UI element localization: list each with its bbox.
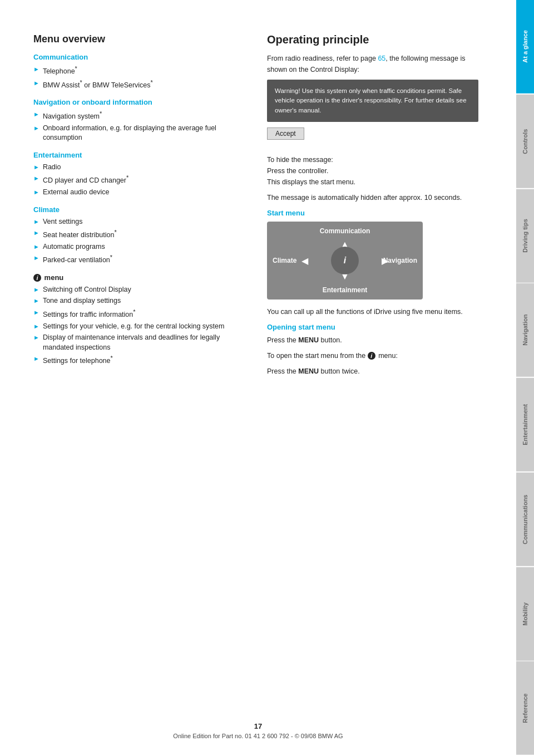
arrow-icon: ► bbox=[33, 229, 39, 237]
warning-text: Warning! Use this system only when traff… bbox=[275, 87, 467, 114]
list-item: ► Seat heater distribution* bbox=[33, 228, 245, 240]
item-text: External audio device bbox=[43, 188, 110, 198]
entertainment-list: ► Radio ► CD player and CD changer* ► Ex… bbox=[33, 163, 245, 198]
item-text: Settings for your vehicle, e.g. for the … bbox=[43, 322, 225, 332]
item-text: Vent settings bbox=[43, 217, 83, 227]
arrow-icon: ► bbox=[33, 218, 39, 226]
right-column: Operating principle From radio readiness… bbox=[267, 33, 478, 734]
opening-start-title: Opening start menu bbox=[267, 323, 478, 331]
communication-label: Communication bbox=[320, 227, 370, 235]
arrow-icon: ► bbox=[33, 286, 39, 294]
item-text: Tone and display settings bbox=[43, 296, 121, 306]
item-text: Parked-car ventilation* bbox=[43, 253, 112, 266]
arrow-icon: ► bbox=[33, 110, 39, 119]
navigation-list: ► Navigation system* ► Onboard informati… bbox=[33, 110, 245, 143]
arrow-icon: ► bbox=[33, 124, 39, 132]
arrow-icon: ► bbox=[33, 188, 39, 197]
list-item: ► Navigation system* bbox=[33, 110, 245, 122]
arrow-icon: ► bbox=[33, 297, 39, 305]
hide-message-text: To hide the message: Press the controlle… bbox=[267, 154, 478, 188]
navigation-heading: Navigation or onboard information bbox=[33, 98, 245, 106]
page-link[interactable]: 65 bbox=[378, 55, 385, 62]
warning-box: Warning! Use this system only when traff… bbox=[267, 80, 478, 122]
page-number: 17 bbox=[0, 722, 516, 730]
item-text: BMW Assist* or BMW TeleServices* bbox=[43, 78, 153, 91]
arrow-icon: ► bbox=[33, 355, 39, 363]
item-text: Telephone* bbox=[43, 65, 77, 77]
menu-bold-1: MENU bbox=[298, 336, 319, 344]
menu-overview-title: Menu overview bbox=[33, 33, 245, 45]
footer-text: Online Edition for Part no. 01 41 2 600 … bbox=[0, 733, 516, 739]
arrow-icon: ► bbox=[33, 174, 39, 183]
sidebar-tab-navigation[interactable]: Navigation bbox=[516, 283, 534, 377]
item-text: Settings for traffic information* bbox=[43, 308, 136, 320]
item-text: CD player and CD changer* bbox=[43, 174, 128, 186]
item-text: Navigation system* bbox=[43, 110, 102, 122]
climate-heading: Climate bbox=[33, 205, 245, 214]
entertainment-label: Entertainment bbox=[323, 286, 368, 294]
arrow-icon: ► bbox=[33, 322, 39, 331]
sidebar-tab-communications[interactable]: Communications bbox=[516, 473, 534, 566]
item-text: Automatic programs bbox=[43, 242, 105, 252]
sidebar-tab-at-a-glance[interactable]: At a glance bbox=[516, 0, 534, 94]
imenu-list: ► Switching off Control Display ► Tone a… bbox=[33, 285, 245, 366]
opening-line1: Press the MENU button. bbox=[267, 335, 478, 346]
sidebar-tab-mobility[interactable]: Mobility bbox=[516, 567, 534, 661]
opening-line3: Press the MENU button twice. bbox=[267, 366, 478, 377]
item-text: Settings for telephone* bbox=[43, 354, 113, 366]
page-footer: 17 Online Edition for Part no. 01 41 2 6… bbox=[0, 722, 516, 739]
list-item: ► BMW Assist* or BMW TeleServices* bbox=[33, 78, 245, 91]
item-text: Switching off Control Display bbox=[43, 285, 131, 295]
list-item: ► Automatic programs bbox=[33, 242, 245, 252]
left-arrow-icon: ◀ bbox=[301, 255, 308, 266]
imenu-heading: i menu bbox=[33, 273, 245, 282]
start-menu-title: Start menu bbox=[267, 209, 478, 217]
list-item: ► Display of maintenance intervals and d… bbox=[33, 333, 245, 352]
arrow-icon: ► bbox=[33, 65, 39, 73]
list-item: ► Settings for telephone* bbox=[33, 354, 245, 366]
arrow-icon: ► bbox=[33, 243, 39, 251]
down-arrow-icon: ▼ bbox=[340, 272, 349, 282]
list-item: ► Tone and display settings bbox=[33, 296, 245, 306]
list-item: ► External audio device bbox=[33, 188, 245, 198]
arrow-icon: ► bbox=[33, 163, 39, 171]
sidebar-tab-controls[interactable]: Controls bbox=[516, 95, 534, 188]
idrive-description: You can call up all the functions of iDr… bbox=[267, 306, 478, 317]
item-text: Seat heater distribution* bbox=[43, 228, 117, 240]
auto-hidden-text: The message is automatically hidden afte… bbox=[267, 192, 478, 203]
sidebar-tab-driving-tips[interactable]: Driving tips bbox=[516, 189, 534, 283]
arrow-icon: ► bbox=[33, 308, 39, 317]
communication-list: ► Telephone* ► BMW Assist* or BMW TeleSe… bbox=[33, 65, 245, 90]
accept-button[interactable]: Accept bbox=[267, 127, 304, 140]
arrow-icon: ► bbox=[33, 333, 39, 342]
item-text: Onboard information, e.g. for displaying… bbox=[43, 124, 245, 143]
list-item: ► Settings for your vehicle, e.g. for th… bbox=[33, 322, 245, 332]
item-text: Radio bbox=[43, 163, 61, 173]
item-text: Display of maintenance intervals and dea… bbox=[43, 333, 245, 352]
operating-intro: From radio readiness, refer to page 65, … bbox=[267, 53, 478, 75]
arrow-icon: ► bbox=[33, 79, 39, 87]
list-item: ► Onboard information, e.g. for displayi… bbox=[33, 124, 245, 143]
idrive-center-button: i bbox=[331, 247, 359, 274]
i-icon-small: i bbox=[368, 352, 375, 360]
sidebar-tab-entertainment[interactable]: Entertainment bbox=[516, 378, 534, 472]
list-item: ► Telephone* bbox=[33, 65, 245, 77]
sidebar-tab-reference[interactable]: Reference bbox=[516, 661, 534, 755]
i-icon: i bbox=[33, 274, 41, 282]
list-item: ► CD player and CD changer* bbox=[33, 174, 245, 186]
communication-heading: Communication bbox=[33, 53, 245, 61]
entertainment-heading: Entertainment bbox=[33, 151, 245, 159]
menu-bold-2: MENU bbox=[298, 367, 319, 375]
i-center-icon: i bbox=[344, 256, 346, 266]
list-item: ► Vent settings bbox=[33, 217, 245, 227]
operating-principle-title: Operating principle bbox=[267, 33, 478, 46]
climate-label: Climate bbox=[273, 257, 296, 264]
navigation-label: Navigation bbox=[383, 257, 417, 264]
list-item: ► Radio bbox=[33, 163, 245, 173]
list-item: ► Parked-car ventilation* bbox=[33, 253, 245, 266]
left-column: Menu overview Communication ► Telephone*… bbox=[33, 33, 245, 734]
climate-list: ► Vent settings ► Seat heater distributi… bbox=[33, 217, 245, 266]
list-item: ► Switching off Control Display bbox=[33, 285, 245, 295]
sidebar: At a glance Controls Driving tips Naviga… bbox=[516, 0, 534, 756]
idrive-diagram: Communication ▲ Climate ◀ i ▶ Navigation… bbox=[267, 222, 423, 300]
